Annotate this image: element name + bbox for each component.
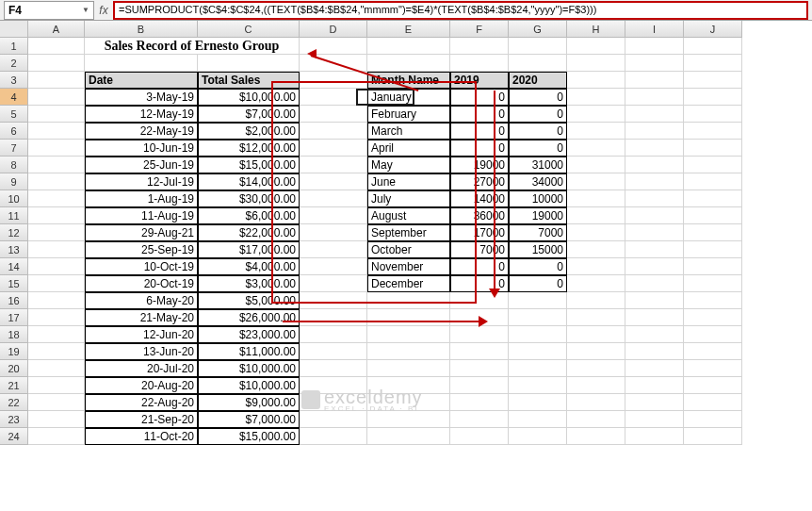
cell-B16[interactable]: 6-May-20 bbox=[85, 292, 198, 309]
cell-A19[interactable] bbox=[28, 343, 85, 360]
cell-J3[interactable] bbox=[684, 72, 742, 89]
cell-C2[interactable] bbox=[198, 55, 300, 72]
cell-J8[interactable] bbox=[684, 157, 742, 173]
cell-G23[interactable] bbox=[509, 411, 567, 428]
cell-E15[interactable]: December bbox=[367, 275, 450, 292]
cell-G11[interactable]: 19000 bbox=[509, 207, 567, 224]
cell-H22[interactable] bbox=[567, 394, 625, 411]
cell-F1[interactable] bbox=[450, 38, 509, 55]
cell-I24[interactable] bbox=[625, 428, 684, 445]
col-header-E[interactable]: E bbox=[367, 21, 450, 38]
row-header-6[interactable]: 6 bbox=[0, 123, 28, 140]
cell-J20[interactable] bbox=[684, 360, 742, 377]
cell-C18[interactable]: $23,000.00 bbox=[198, 326, 300, 343]
cell-A24[interactable] bbox=[28, 428, 85, 445]
row-header-22[interactable]: 22 bbox=[0, 394, 28, 411]
col-header-A[interactable]: A bbox=[28, 21, 85, 38]
row-header-12[interactable]: 12 bbox=[0, 224, 28, 241]
cell-D5[interactable] bbox=[300, 106, 367, 123]
row-header-18[interactable]: 18 bbox=[0, 326, 28, 343]
cell-E18[interactable] bbox=[367, 326, 450, 343]
row-header-4[interactable]: 4 bbox=[0, 89, 28, 106]
cell-A16[interactable] bbox=[28, 292, 85, 309]
cell-C9[interactable]: $14,000.00 bbox=[198, 173, 300, 190]
cell-F7[interactable]: 0 bbox=[450, 140, 509, 157]
cell-F23[interactable] bbox=[450, 411, 509, 428]
cell-I1[interactable] bbox=[625, 38, 684, 55]
cell-A11[interactable] bbox=[28, 207, 85, 224]
cell-I11[interactable] bbox=[625, 207, 684, 224]
cell-A14[interactable] bbox=[28, 258, 85, 275]
cell-E6[interactable]: March bbox=[367, 123, 450, 140]
formula-bar[interactable]: =SUMPRODUCT($C$4:$C$24,((TEXT($B$4:$B$24… bbox=[113, 1, 808, 20]
col-header-G[interactable]: G bbox=[509, 21, 567, 38]
cell-J16[interactable] bbox=[684, 292, 742, 309]
cell-G7[interactable]: 0 bbox=[509, 140, 567, 157]
cell-J2[interactable] bbox=[684, 55, 742, 72]
cell-A21[interactable] bbox=[28, 377, 85, 394]
cell-J19[interactable] bbox=[684, 343, 742, 360]
cell-B6[interactable]: 22-May-19 bbox=[85, 123, 198, 140]
cell-H23[interactable] bbox=[567, 411, 625, 428]
cell-I3[interactable] bbox=[625, 72, 684, 89]
cell-C17[interactable]: $26,000.00 bbox=[198, 309, 300, 326]
cell-A6[interactable] bbox=[28, 123, 85, 140]
cell-B3[interactable]: Date bbox=[85, 72, 198, 89]
row-header-3[interactable]: 3 bbox=[0, 72, 28, 89]
fx-icon[interactable]: fx bbox=[94, 4, 113, 17]
col-header-C[interactable]: C bbox=[198, 21, 300, 38]
row-header-24[interactable]: 24 bbox=[0, 428, 28, 445]
cell-A2[interactable] bbox=[28, 55, 85, 72]
cell-B20[interactable]: 20-Jul-20 bbox=[85, 360, 198, 377]
cell-I19[interactable] bbox=[625, 343, 684, 360]
cell-C13[interactable]: $17,000.00 bbox=[198, 241, 300, 258]
cell-C20[interactable]: $10,000.00 bbox=[198, 360, 300, 377]
cell-A5[interactable] bbox=[28, 106, 85, 123]
cell-D8[interactable] bbox=[300, 157, 367, 173]
cell-J17[interactable] bbox=[684, 309, 742, 326]
cell-G18[interactable] bbox=[509, 326, 567, 343]
cell-B14[interactable]: 10-Oct-19 bbox=[85, 258, 198, 275]
cell-G22[interactable] bbox=[509, 394, 567, 411]
cell-D15[interactable] bbox=[300, 275, 367, 292]
cell-C19[interactable]: $11,000.00 bbox=[198, 343, 300, 360]
row-header-19[interactable]: 19 bbox=[0, 343, 28, 360]
cell-F19[interactable] bbox=[450, 343, 509, 360]
cell-J5[interactable] bbox=[684, 106, 742, 123]
cell-C5[interactable]: $7,000.00 bbox=[198, 106, 300, 123]
cell-D10[interactable] bbox=[300, 190, 367, 207]
cell-H10[interactable] bbox=[567, 190, 625, 207]
cell-F22[interactable] bbox=[450, 394, 509, 411]
cell-G12[interactable]: 7000 bbox=[509, 224, 567, 241]
cell-D11[interactable] bbox=[300, 207, 367, 224]
cell-J21[interactable] bbox=[684, 377, 742, 394]
cell-E16[interactable] bbox=[367, 292, 450, 309]
cell-E22[interactable] bbox=[367, 394, 450, 411]
cell-D17[interactable] bbox=[300, 309, 367, 326]
cell-J14[interactable] bbox=[684, 258, 742, 275]
cell-E20[interactable] bbox=[367, 360, 450, 377]
cell-I5[interactable] bbox=[625, 106, 684, 123]
cell-J12[interactable] bbox=[684, 224, 742, 241]
cell-E8[interactable]: May bbox=[367, 157, 450, 173]
col-header-F[interactable]: F bbox=[450, 21, 509, 38]
cell-C6[interactable]: $2,000.00 bbox=[198, 123, 300, 140]
cell-F9[interactable]: 27000 bbox=[450, 173, 509, 190]
cell-B22[interactable]: 22-Aug-20 bbox=[85, 394, 198, 411]
cell-F3[interactable]: 2019 bbox=[450, 72, 509, 89]
cell-F21[interactable] bbox=[450, 377, 509, 394]
cell-D21[interactable] bbox=[300, 377, 367, 394]
cell-E1[interactable] bbox=[367, 38, 450, 55]
cell-E13[interactable]: October bbox=[367, 241, 450, 258]
cell-F6[interactable]: 0 bbox=[450, 123, 509, 140]
cell-J13[interactable] bbox=[684, 241, 742, 258]
cell-I16[interactable] bbox=[625, 292, 684, 309]
cell-E2[interactable] bbox=[367, 55, 450, 72]
cell-B18[interactable]: 12-Jun-20 bbox=[85, 326, 198, 343]
cell-I12[interactable] bbox=[625, 224, 684, 241]
cell-C12[interactable]: $22,000.00 bbox=[198, 224, 300, 241]
cell-B13[interactable]: 25-Sep-19 bbox=[85, 241, 198, 258]
cell-G21[interactable] bbox=[509, 377, 567, 394]
cell-G9[interactable]: 34000 bbox=[509, 173, 567, 190]
cell-G8[interactable]: 31000 bbox=[509, 157, 567, 173]
